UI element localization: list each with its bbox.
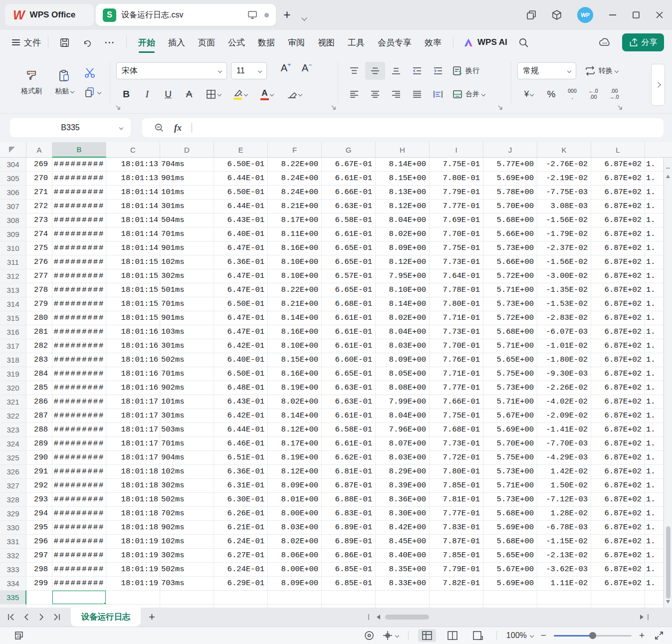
cell-F310[interactable]: 8.16E+00 [268, 241, 322, 255]
cell-K312[interactable]: -3.00E-02 [537, 269, 591, 283]
row-header-327[interactable]: 327 [0, 479, 26, 493]
cell-A316[interactable]: 281 [26, 325, 52, 339]
cell-J305[interactable]: 5.69E+00 [483, 172, 537, 186]
cell-M307[interactable]: 1. [645, 200, 664, 214]
row-header-312[interactable]: 312 [0, 269, 26, 283]
cell-E318[interactable]: 6.40E-01 [214, 353, 268, 367]
cell-B325[interactable]: ######### [52, 451, 106, 465]
cell-A333[interactable]: 298 [26, 563, 52, 577]
cell-B321[interactable]: ######### [52, 395, 106, 409]
cell-F308[interactable]: 8.17E+00 [268, 214, 322, 227]
cell-L314[interactable]: 6.87E+02 [591, 297, 645, 311]
cell-B330[interactable]: ######### [52, 521, 106, 535]
cell-A326[interactable]: 291 [26, 465, 52, 479]
cell-D332[interactable]: 302ms [160, 549, 214, 563]
column-header-J[interactable]: J [483, 142, 537, 158]
cell-F305[interactable]: 8.24E+00 [268, 172, 322, 186]
cell-A305[interactable]: 270 [26, 172, 52, 186]
menu-tab-page[interactable]: 页面 [192, 30, 222, 55]
cell-C324[interactable]: 18:01:17 [106, 437, 160, 451]
cell-G317[interactable]: 6.61E-01 [322, 339, 376, 353]
menu-tab-view[interactable]: 视图 [311, 30, 341, 55]
cell-H308[interactable]: 8.04E+00 [376, 214, 430, 227]
cell-B334[interactable]: ######### [52, 577, 106, 591]
cell-B320[interactable]: ######### [52, 381, 106, 395]
cell-B329[interactable]: ######### [52, 507, 106, 521]
cell-J320[interactable]: 5.73E+00 [483, 381, 537, 395]
cell-I317[interactable]: 7.70E-01 [430, 339, 483, 353]
cell-B309[interactable]: ######### [52, 227, 106, 241]
cell-E313[interactable]: 6.47E-01 [214, 283, 268, 297]
format-painter-button[interactable]: 格式刷 [15, 60, 48, 105]
last-sheet-button[interactable] [49, 608, 64, 627]
cell-D311[interactable]: 102ms [160, 255, 214, 269]
share-button[interactable]: 分享 [622, 33, 664, 51]
menu-tab-review[interactable]: 审阅 [281, 30, 311, 55]
cell-A327[interactable]: 292 [26, 479, 52, 493]
zoom-in-button[interactable]: + [639, 630, 645, 641]
cell-A308[interactable]: 273 [26, 214, 52, 227]
cell-F330[interactable]: 8.03E+00 [268, 521, 322, 535]
row-header-315[interactable]: 315 [0, 311, 26, 325]
cell-A307[interactable]: 272 [26, 200, 52, 214]
column-header-H[interactable]: H [376, 142, 430, 158]
cell-D324[interactable]: 701ms [160, 437, 214, 451]
cell-F322[interactable]: 8.14E+00 [268, 409, 322, 423]
cell-C320[interactable]: 18:01:16 [106, 381, 160, 395]
cell-J332[interactable]: 5.65E+00 [483, 549, 537, 563]
normal-view-button[interactable] [418, 629, 436, 642]
cell-B311[interactable]: ######### [52, 255, 106, 269]
row-header-310[interactable]: 310 [0, 241, 26, 255]
font-color-button[interactable]: A [254, 85, 280, 103]
cell-D325[interactable]: 904ms [160, 451, 214, 465]
cell-H312[interactable]: 7.95E+00 [376, 269, 430, 283]
cell-E311[interactable]: 6.36E-01 [214, 255, 268, 269]
cell-J312[interactable]: 5.72E+00 [483, 269, 537, 283]
cell-E316[interactable]: 6.47E-01 [214, 325, 268, 339]
cell-L326[interactable]: 6.87E+02 [591, 465, 645, 479]
page-break-view-button[interactable] [444, 629, 461, 642]
row-header-313[interactable]: 313 [0, 283, 26, 297]
row-header-316[interactable]: 316 [0, 325, 26, 339]
menu-tab-membership[interactable]: 会员专享 [371, 30, 418, 55]
font-group-expand-icon[interactable] [331, 105, 336, 110]
cell-E331[interactable]: 6.24E-01 [214, 535, 268, 549]
increase-font-size-button[interactable]: A+ [276, 62, 296, 79]
row-header-332[interactable]: 332 [0, 549, 26, 563]
cell-C308[interactable]: 18:01:14 [106, 214, 160, 227]
cell-G308[interactable]: 6.58E-01 [322, 214, 376, 227]
cell-E327[interactable]: 6.31E-01 [214, 479, 268, 493]
cell-K313[interactable]: -1.35E-02 [537, 283, 591, 297]
cell-L309[interactable]: 6.87E+02 [591, 227, 645, 241]
cell-K311[interactable]: -1.56E-02 [537, 255, 591, 269]
cell-C318[interactable]: 18:01:16 [106, 353, 160, 367]
row-header-318[interactable]: 318 [0, 353, 26, 367]
cell-F306[interactable]: 8.24E+00 [268, 186, 322, 200]
cell-M322[interactable]: 1. [645, 409, 664, 423]
cell-B331[interactable]: ######### [52, 535, 106, 549]
cell-K328[interactable]: -7.12E-03 [537, 493, 591, 507]
cell-J313[interactable]: 5.71E+00 [483, 283, 537, 297]
cell-I324[interactable]: 7.73E-01 [430, 437, 483, 451]
cell-F323[interactable]: 8.12E+00 [268, 423, 322, 437]
row-header-329[interactable]: 329 [0, 507, 26, 521]
cell-J314[interactable]: 5.73E+00 [483, 297, 537, 311]
cell-G331[interactable]: 6.89E-01 [322, 535, 376, 549]
cell-I311[interactable]: 7.73E-01 [430, 255, 483, 269]
cell-J321[interactable]: 5.71E+00 [483, 395, 537, 409]
cell-E305[interactable]: 6.44E-01 [214, 172, 268, 186]
cell-H315[interactable]: 8.02E+00 [376, 311, 430, 325]
justify-button[interactable] [407, 85, 427, 103]
fill-handle[interactable] [104, 602, 106, 605]
column-header-D[interactable]: D [160, 142, 214, 158]
cell-L331[interactable]: 6.87E+02 [591, 535, 645, 549]
cell-H311[interactable]: 8.12E+00 [376, 255, 430, 269]
cell-K317[interactable]: -1.01E-02 [537, 339, 591, 353]
column-header-F[interactable]: F [268, 142, 322, 158]
cell-M305[interactable]: 1. [645, 172, 664, 186]
cell-L334[interactable]: 6.87E+02 [591, 577, 645, 591]
cell-A314[interactable]: 279 [26, 297, 52, 311]
cell-C334[interactable]: 18:01:19 [106, 577, 160, 591]
borders-button[interactable] [200, 85, 226, 103]
thousands-separator-button[interactable]: 000， [562, 85, 582, 103]
